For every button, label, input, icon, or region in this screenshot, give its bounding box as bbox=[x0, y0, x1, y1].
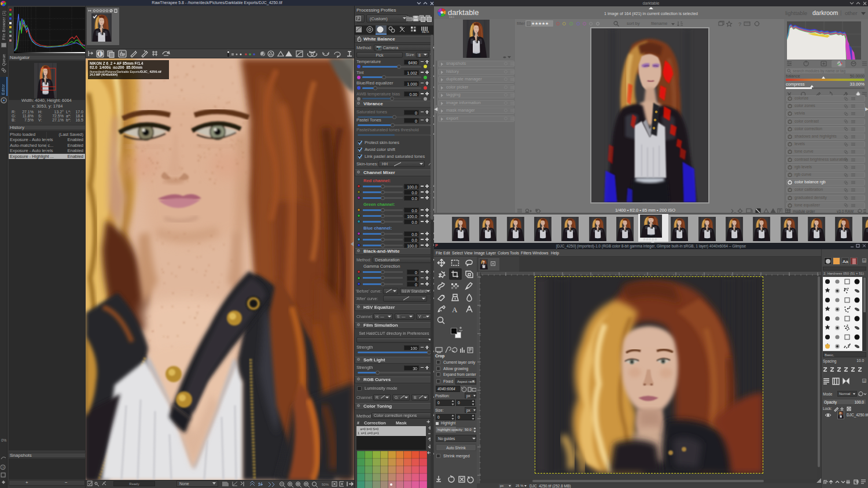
svg-text:?: ? bbox=[738, 21, 741, 27]
svg-text:A: A bbox=[452, 305, 458, 313]
svg-text:META: META bbox=[422, 31, 429, 34]
svg-text:50%: 50% bbox=[322, 483, 329, 486]
svg-text:i: i bbox=[99, 51, 101, 57]
svg-text:Aa: Aa bbox=[843, 259, 848, 264]
